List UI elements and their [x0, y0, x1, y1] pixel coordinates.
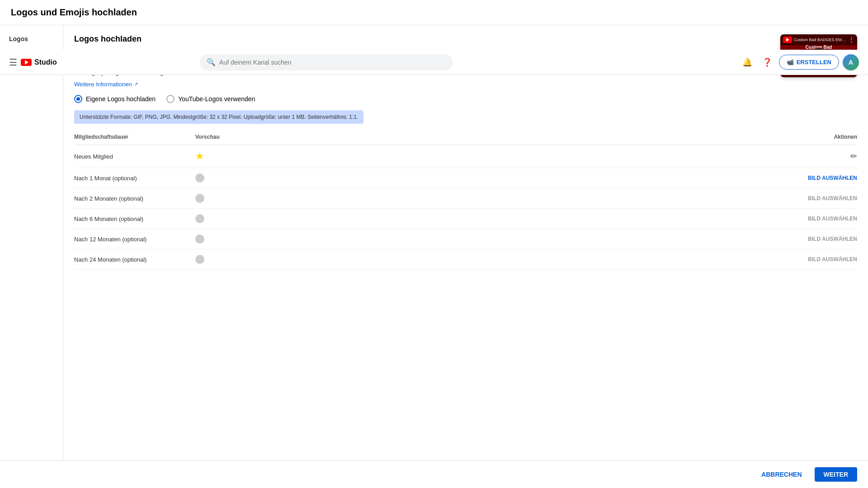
- modal-footer: ABBRECHEN WEITER: [201, 460, 868, 488]
- select-btn-3[interactable]: BILD AUSWÄHLEN: [808, 216, 857, 222]
- row-action-0: ✏: [785, 151, 857, 161]
- row-action-2: BILD AUSWÄHLEN: [785, 195, 857, 202]
- avatar-button[interactable]: A: [843, 54, 859, 70]
- modal-main-content: Logos hochladen Mitglieder erhalten ein …: [201, 125, 868, 460]
- select-btn-1[interactable]: BILD AUSWÄHLEN: [808, 175, 857, 181]
- create-icon: 📹: [787, 59, 794, 66]
- header-actions: 🔔 ❓ 📹 ERSTELLEN A: [739, 54, 859, 70]
- help-button[interactable]: ❓: [759, 54, 775, 70]
- col-header-preview: Vorschau: [201, 134, 781, 140]
- create-button[interactable]: 📹 ERSTELLEN: [779, 55, 839, 70]
- search-icon: 🔍: [207, 58, 216, 66]
- cancel-button[interactable]: ABBRECHEN: [754, 467, 809, 482]
- star-icon: ★: [201, 150, 204, 162]
- modal-container: Logos und Emojis hochladen Logos Emojis …: [201, 125, 868, 488]
- app-header: ☰ Studio 🔍 🔔 ❓ 📹 ERSTELLEN A: [0, 50, 868, 75]
- table-row-3: Nach 6 Monaten (optional) BILD AUSWÄHLEN: [201, 209, 857, 229]
- circle-placeholder-2: [201, 194, 204, 203]
- row-preview-2: [201, 194, 781, 203]
- header-search-bar[interactable]: 🔍: [200, 54, 453, 70]
- menu-icon-button[interactable]: ☰: [9, 57, 17, 68]
- search-input[interactable]: [219, 59, 446, 66]
- circle-placeholder-1: [201, 174, 204, 183]
- circle-placeholder-5: [201, 255, 204, 264]
- table-row-0: Neues Mitglied ★ ✏: [201, 145, 857, 168]
- row-preview-3: [201, 214, 781, 223]
- row-preview-0: ★: [201, 150, 781, 162]
- select-btn-5[interactable]: BILD AUSWÄHLEN: [808, 256, 857, 263]
- table-row-4: Nach 12 Monaten (optional) BILD AUSWÄHLE…: [201, 229, 857, 249]
- app-wrap: ⊞ Dashboard ▶ Inhalte ☰ Playlists 📊 Anal…: [0, 125, 868, 488]
- youtube-play-triangle: [25, 60, 28, 65]
- row-preview-5: [201, 255, 781, 264]
- modal-body: Logos Emojis Logos hochladen Mitglieder …: [201, 125, 868, 460]
- notifications-button[interactable]: 🔔: [739, 54, 755, 70]
- select-btn-4[interactable]: BILD AUSWÄHLEN: [808, 236, 857, 242]
- next-button[interactable]: WEITER: [815, 467, 857, 482]
- modal-box: Logos und Emojis hochladen Logos Emojis …: [201, 125, 868, 488]
- table-header: Mitgliedschaftsdauer Vorschau Aktionen: [201, 131, 857, 145]
- table-row-1: Nach 1 Monat (optional) BILD AUSWÄHLEN: [201, 168, 857, 188]
- circle-placeholder-3: [201, 214, 204, 223]
- row-action-1: BILD AUSWÄHLEN: [785, 175, 857, 181]
- row-preview-1: [201, 174, 781, 183]
- select-btn-2[interactable]: BILD AUSWÄHLEN: [808, 195, 857, 202]
- create-label: ERSTELLEN: [797, 59, 831, 66]
- col-header-actions: Aktionen: [785, 134, 857, 140]
- youtube-studio-icon: [21, 59, 32, 66]
- table-row-2: Nach 2 Monaten (optional) BILD AUSWÄHLEN: [201, 188, 857, 209]
- edit-button-0[interactable]: ✏: [850, 151, 857, 161]
- studio-logo[interactable]: Studio: [21, 58, 57, 66]
- row-preview-4: [201, 235, 781, 244]
- studio-label: Studio: [34, 58, 57, 66]
- row-action-3: BILD AUSWÄHLEN: [785, 216, 857, 222]
- membership-table: Mitgliedschaftsdauer Vorschau Aktionen N…: [201, 131, 857, 270]
- row-action-4: BILD AUSWÄHLEN: [785, 236, 857, 242]
- table-row-5: Nach 24 Monaten (optional) BILD AUSWÄHLE…: [201, 249, 857, 270]
- circle-placeholder-4: [201, 235, 204, 244]
- row-action-5: BILD AUSWÄHLEN: [785, 256, 857, 263]
